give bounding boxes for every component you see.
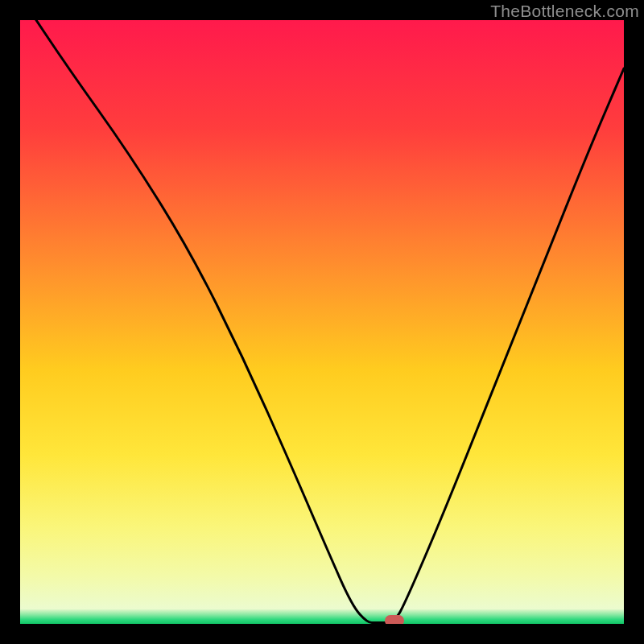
chart-marker xyxy=(385,615,404,625)
bottleneck-curve-path xyxy=(20,20,624,623)
watermark-text: TheBottleneck.com xyxy=(490,2,639,21)
chart-curve xyxy=(20,20,624,624)
chart-stage: TheBottleneck.com xyxy=(0,0,644,644)
chart-plot-area xyxy=(20,20,624,624)
